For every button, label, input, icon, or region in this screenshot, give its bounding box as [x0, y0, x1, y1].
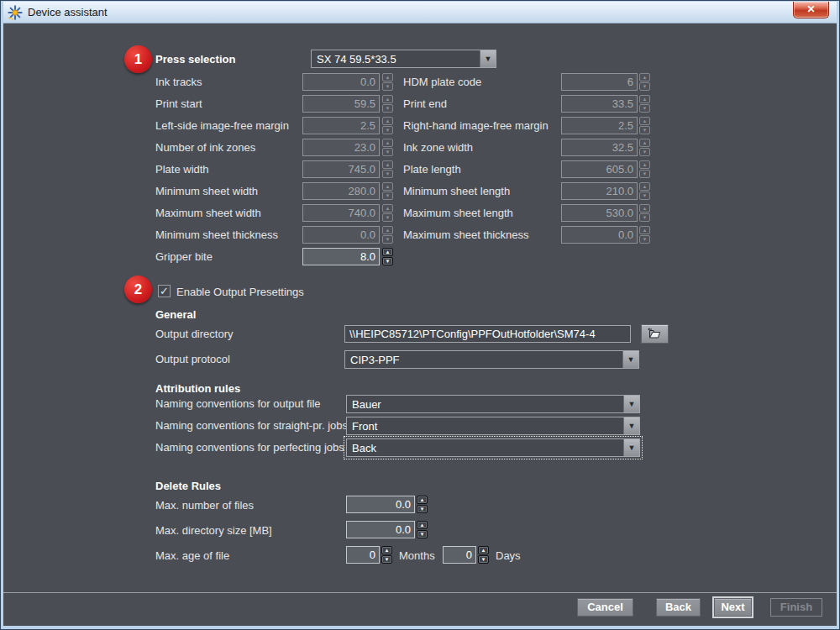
spin-down-icon[interactable]: ▼	[478, 555, 489, 564]
spin-up-icon: ▲	[639, 117, 650, 125]
max-files-spinner[interactable]: ▲▼	[417, 496, 428, 513]
param-input	[302, 95, 380, 113]
spin-down-icon[interactable]: ▼	[417, 505, 428, 513]
enable-presettings-checkbox[interactable]	[158, 285, 171, 297]
param-input	[302, 73, 380, 91]
spin-down-icon[interactable]: ▼	[381, 555, 392, 564]
param-label: Plate length	[403, 163, 461, 176]
naming-straight-dropdown[interactable]: Front ▼	[346, 417, 640, 435]
param-label: Maximum sheet length	[403, 207, 513, 219]
param-input	[561, 95, 638, 113]
spin-up-icon[interactable]: ▲	[417, 521, 428, 529]
naming-perfecting-dropdown[interactable]: Back ▼	[346, 438, 640, 457]
attribution-heading: Attribution rules	[155, 382, 240, 395]
param-label: Maximum sheet width	[155, 207, 261, 219]
param-label: Number of ink zones	[155, 141, 255, 154]
spinner: ▲▼	[639, 95, 650, 113]
age-days-input[interactable]	[443, 546, 476, 564]
chevron-down-icon[interactable]: ▼	[623, 396, 639, 412]
max-age-label: Max. age of file	[155, 549, 229, 562]
age-months-input[interactable]	[346, 546, 380, 564]
age-months-spinner[interactable]: ▲▼	[381, 546, 392, 564]
back-button[interactable]: Back	[656, 598, 701, 617]
spin-down-icon: ▼	[639, 213, 650, 222]
naming-perfecting-value: Back	[347, 439, 623, 456]
param-input	[302, 139, 380, 156]
param-label: Ink tracks	[155, 76, 202, 88]
spin-up-icon: ▲	[382, 139, 393, 147]
chevron-down-icon[interactable]: ▼	[622, 351, 638, 368]
spin-down-icon: ▼	[382, 170, 393, 178]
step-badge-1: 1	[124, 45, 152, 73]
output-directory-input[interactable]	[344, 325, 631, 343]
general-heading: General	[155, 308, 196, 321]
naming-output-file-value: Bauer	[347, 396, 623, 412]
spinner: ▲▼	[639, 73, 650, 91]
spin-up-icon[interactable]: ▲	[382, 248, 393, 256]
param-label: Maximum sheet thickness	[403, 228, 529, 241]
param-label: Print start	[155, 97, 202, 110]
spin-down-icon: ▼	[382, 192, 393, 200]
finish-button: Finish	[770, 598, 822, 617]
spin-down-icon: ▼	[382, 213, 393, 222]
spinner: ▲▼	[639, 226, 650, 244]
spin-up-icon[interactable]: ▲	[478, 546, 489, 554]
gripper-bite-input[interactable]	[302, 248, 380, 265]
spin-down-icon[interactable]: ▼	[417, 530, 428, 538]
spin-up-icon: ▲	[382, 160, 393, 169]
max-size-spinner[interactable]: ▲▼	[417, 521, 428, 538]
param-input	[561, 73, 638, 91]
naming-perfecting-label: Naming conventions for perfecting jobs	[155, 441, 344, 454]
browse-button[interactable]	[641, 324, 669, 344]
param-label: Left-side image-free margin	[155, 119, 289, 132]
days-unit-label: Days	[496, 549, 521, 562]
spin-up-icon: ▲	[382, 226, 393, 234]
press-selection-dropdown[interactable]: SX 74 59.5*33.5 ▼	[311, 50, 496, 68]
spin-down-icon: ▼	[639, 148, 650, 156]
param-label: Ink zone width	[403, 141, 473, 154]
spin-down-icon: ▼	[382, 82, 393, 91]
age-days-spinner[interactable]: ▲▼	[478, 546, 489, 564]
cancel-button[interactable]: Cancel	[577, 598, 633, 617]
output-protocol-dropdown[interactable]: CIP3-PPF ▼	[344, 350, 639, 369]
chevron-down-icon[interactable]: ▼	[480, 50, 496, 67]
max-size-input[interactable]	[346, 521, 415, 538]
param-label: Right-hand image-free margin	[403, 119, 549, 132]
spinner: ▲▼	[639, 204, 650, 222]
spin-up-icon: ▲	[382, 204, 393, 213]
spin-up-icon: ▲	[382, 73, 393, 81]
chevron-down-icon[interactable]: ▼	[623, 417, 639, 434]
spinner: ▲▼	[639, 182, 650, 200]
spin-down-icon[interactable]: ▼	[382, 257, 393, 265]
max-files-input[interactable]	[346, 496, 415, 513]
param-input	[561, 204, 638, 222]
param-input	[561, 117, 638, 134]
spinner: ▲▼	[382, 117, 393, 134]
spin-up-icon: ▲	[382, 95, 393, 103]
spinner: ▲▼	[382, 226, 393, 244]
step-badge-2: 2	[124, 276, 152, 303]
param-input	[561, 139, 638, 156]
next-button[interactable]: Next	[714, 598, 752, 617]
spinner: ▲▼	[382, 204, 393, 222]
chevron-down-icon[interactable]: ▼	[623, 439, 639, 456]
spin-down-icon: ▼	[382, 104, 393, 113]
spin-down-icon: ▼	[639, 104, 650, 113]
close-button[interactable]: ✕	[793, 2, 829, 18]
spin-up-icon: ▲	[639, 226, 650, 234]
naming-straight-label: Naming conventions for straight-pr. jobs	[155, 419, 348, 432]
output-protocol-value: CIP3-PPF	[345, 351, 622, 368]
footer-divider	[3, 592, 837, 593]
spin-up-icon: ▲	[639, 139, 650, 147]
spin-up-icon[interactable]: ▲	[381, 546, 392, 554]
max-size-label: Max. directory size [MB]	[155, 524, 272, 537]
spin-up-icon[interactable]: ▲	[417, 496, 428, 504]
press-selection-label: Press selection	[155, 53, 235, 66]
dialog-content: 1 Press selection SX 74 59.5*33.5 ▼ Ink …	[3, 24, 837, 626]
spin-up-icon: ▲	[382, 117, 393, 125]
spinner: ▲▼	[382, 139, 393, 156]
close-icon: ✕	[806, 3, 815, 15]
gripper-bite-spinner[interactable]: ▲▼	[382, 248, 393, 265]
titlebar[interactable]: Device assistant	[3, 2, 837, 24]
naming-output-file-dropdown[interactable]: Bauer ▼	[346, 395, 640, 413]
